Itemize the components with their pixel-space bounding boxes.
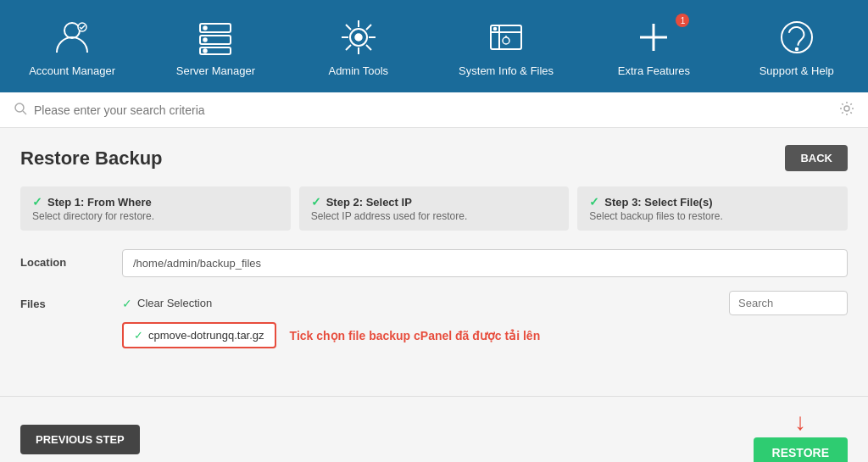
nav-label-account-manager: Account Manager — [29, 64, 115, 77]
extra-features-badge: 1 — [676, 14, 689, 27]
page-header: Restore Backup BACK — [20, 145, 848, 171]
search-bar — [0, 92, 868, 128]
top-nav: Account Manager Server Manager — [0, 0, 868, 92]
svg-line-17 — [346, 45, 351, 50]
support-help-icon — [775, 15, 819, 59]
step-1-desc: Select directory for restore. — [32, 210, 279, 222]
system-info-icon — [484, 15, 528, 59]
step-3-box: ✓ Step 3: Select File(s) Select backup f… — [577, 186, 848, 231]
files-toolbar: ✓ Clear Selection — [122, 291, 848, 315]
file-name: cpmove-dotrungq.tar.gz — [148, 329, 264, 342]
step-3-desc: Select backup files to restore. — [589, 210, 836, 222]
clear-selection: ✓ Clear Selection — [122, 297, 212, 310]
nav-label-admin-tools: Admin Tools — [328, 64, 388, 77]
account-manager-icon — [50, 15, 94, 59]
server-manager-icon — [193, 15, 237, 59]
step-2-check-icon: ✓ — [311, 195, 321, 209]
nav-item-support-help[interactable]: Support & Help — [746, 8, 848, 84]
svg-point-22 — [503, 37, 509, 44]
location-row: Location — [20, 249, 848, 277]
svg-point-21 — [494, 28, 497, 31]
files-row: Files ✓ Clear Selection ✓ cpmove-dotrung… — [20, 291, 848, 348]
step-3-check-icon: ✓ — [589, 195, 599, 209]
files-search-input[interactable] — [729, 291, 848, 315]
svg-line-14 — [346, 25, 351, 30]
svg-point-30 — [844, 106, 849, 111]
page-title: Restore Backup — [20, 148, 163, 170]
location-input[interactable] — [122, 249, 848, 277]
steps-row: ✓ Step 1: From Where Select directory fo… — [20, 186, 848, 231]
admin-tools-icon — [337, 15, 381, 59]
nav-label-system-info: System Info & Files — [459, 64, 554, 77]
restore-button[interactable]: RESTORE — [754, 437, 848, 462]
svg-point-7 — [203, 49, 207, 53]
settings-icon[interactable] — [839, 101, 854, 119]
previous-step-button[interactable]: PREVIOUS STEP — [20, 425, 140, 454]
files-area: ✓ Clear Selection ✓ cpmove-dotrungq.tar.… — [122, 291, 848, 348]
step-2-title: ✓ Step 2: Select IP — [311, 195, 558, 209]
step-1-title: ✓ Step 1: From Where — [32, 195, 279, 209]
step-3-title: ✓ Step 3: Select File(s) — [589, 195, 836, 209]
nav-item-account-manager[interactable]: Account Manager — [20, 8, 124, 84]
svg-point-27 — [795, 48, 798, 51]
svg-point-6 — [203, 38, 207, 42]
svg-line-29 — [23, 111, 26, 114]
extra-features-icon — [632, 15, 676, 59]
location-control — [122, 249, 848, 277]
file-check-icon: ✓ — [134, 329, 143, 342]
file-list: ✓ cpmove-dotrungq.tar.gz Tick chọn file … — [122, 322, 848, 348]
svg-point-9 — [355, 34, 362, 41]
files-label: Files — [20, 291, 122, 310]
file-item[interactable]: ✓ cpmove-dotrungq.tar.gz — [122, 322, 276, 348]
clear-selection-label: Clear Selection — [137, 297, 212, 309]
svg-line-16 — [366, 25, 371, 30]
step-2-box: ✓ Step 2: Select IP Select IP address us… — [299, 186, 570, 231]
svg-point-5 — [203, 26, 207, 30]
nav-label-support-help: Support & Help — [760, 64, 834, 77]
back-button[interactable]: BACK — [785, 145, 848, 171]
nav-item-extra-features[interactable]: 1 Extra Features — [603, 8, 704, 84]
svg-point-0 — [64, 23, 80, 38]
step-1-box: ✓ Step 1: From Where Select directory fo… — [20, 186, 291, 231]
bottom-bar: PREVIOUS STEP ↓ RESTORE — [0, 396, 868, 462]
nav-item-server-manager[interactable]: Server Manager — [164, 8, 266, 84]
search-bar-icon — [14, 102, 27, 118]
clear-selection-check-icon: ✓ — [122, 297, 132, 310]
main-content: Restore Backup BACK ✓ Step 1: From Where… — [0, 128, 868, 379]
nav-label-server-manager: Server Manager — [176, 64, 255, 77]
search-input[interactable] — [34, 103, 839, 117]
step-2-desc: Select IP address used for restore. — [311, 210, 558, 222]
nav-item-system-info[interactable]: System Info & Files — [450, 8, 562, 84]
nav-label-extra-features: Extra Features — [618, 64, 690, 77]
arrow-down-icon: ↓ — [794, 410, 806, 434]
svg-point-28 — [15, 103, 24, 112]
location-label: Location — [20, 249, 122, 269]
restore-section: ↓ RESTORE — [754, 410, 848, 462]
step-1-check-icon: ✓ — [32, 195, 42, 209]
svg-line-15 — [366, 45, 371, 50]
nav-item-admin-tools[interactable]: Admin Tools — [308, 8, 409, 84]
file-annotation: Tick chọn file backup cPanel đã được tải… — [290, 329, 541, 342]
